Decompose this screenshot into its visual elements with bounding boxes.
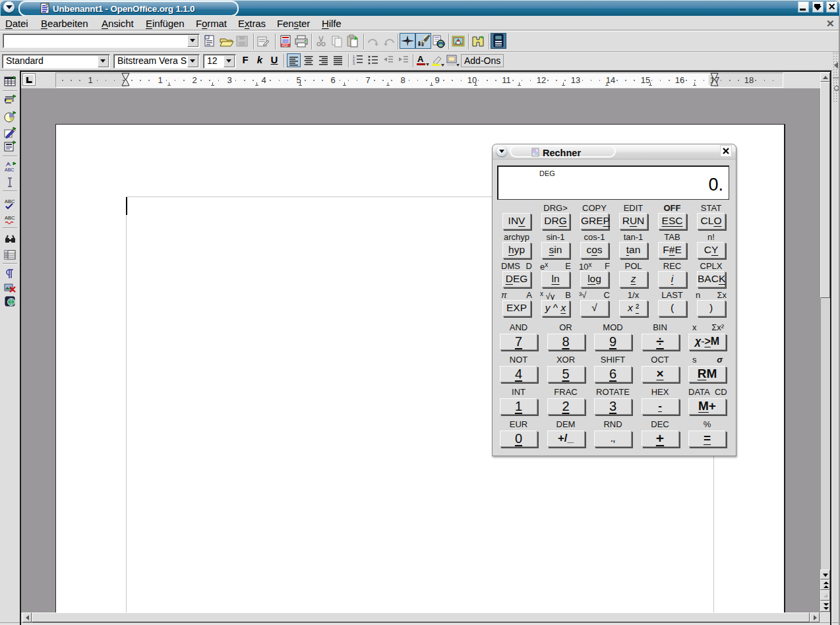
svg-text:3.: 3. xyxy=(353,61,355,65)
svg-text:PDF: PDF xyxy=(282,44,288,47)
svg-text:ABC: ABC xyxy=(5,198,15,204)
svg-text:A: A xyxy=(417,54,424,64)
svg-text:ABC: ABC xyxy=(5,167,14,172)
svg-text:ABC: ABC xyxy=(5,215,15,221)
